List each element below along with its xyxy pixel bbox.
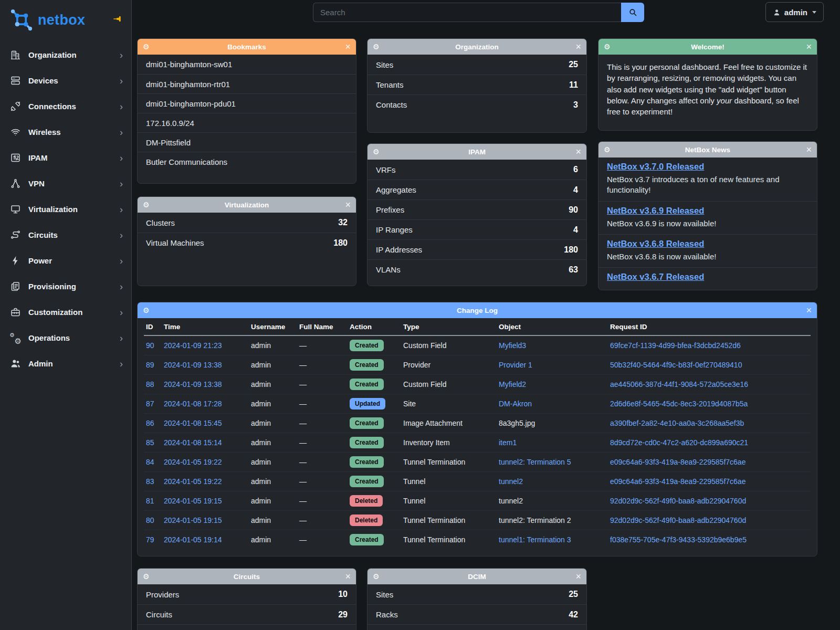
- netbox-logo-icon[interactable]: [9, 8, 34, 32]
- bookmark-item[interactable]: dmi01-binghamton-rtr01: [138, 74, 356, 93]
- stat-row[interactable]: VLANs 63: [368, 259, 586, 279]
- sidebar-item-devices[interactable]: Devices ›: [0, 68, 131, 93]
- sidebar-item-virtualization[interactable]: Virtualization ›: [0, 196, 131, 222]
- close-icon[interactable]: ×: [575, 147, 581, 156]
- search-button[interactable]: [621, 3, 644, 22]
- change-id-link[interactable]: 89: [146, 361, 154, 369]
- sidebar-item-power[interactable]: Power ›: [0, 248, 131, 274]
- object-link[interactable]: Myfield3: [499, 341, 526, 350]
- change-time-link[interactable]: 2024-01-05 19:22: [164, 477, 222, 486]
- object-link[interactable]: tunnel2: [499, 477, 523, 486]
- stat-row[interactable]: Sites 25: [368, 55, 586, 75]
- news-link[interactable]: NetBox v3.7.0 Released: [607, 162, 704, 172]
- bookmark-item[interactable]: Butler Communications: [138, 152, 356, 171]
- request-id-link[interactable]: f038e755-705e-47f3-9433-5392b9e6b9e5: [610, 536, 747, 544]
- stat-row[interactable]: Racks 42: [368, 604, 586, 624]
- sidebar-item-connections[interactable]: Connections ›: [0, 93, 131, 119]
- gear-icon[interactable]: ⚙: [373, 573, 380, 580]
- close-icon[interactable]: ×: [806, 42, 812, 51]
- sidebar-item-wireless[interactable]: Wireless ›: [0, 119, 131, 145]
- user-menu-button[interactable]: admin: [765, 2, 824, 22]
- object-link[interactable]: DM-Akron: [499, 400, 532, 408]
- request-id-link[interactable]: a390fbef-2a82-4e10-aa0a-3c268aa5ef3b: [610, 419, 744, 427]
- request-id-link[interactable]: e09c64a6-93f3-419a-8ea9-229585f7c6ae: [610, 458, 746, 466]
- change-id-link[interactable]: 86: [146, 419, 154, 427]
- change-time-link[interactable]: 2024-01-05 19:15: [164, 516, 222, 524]
- change-time-link[interactable]: 2024-01-05 19:15: [164, 497, 222, 505]
- stat-row[interactable]: Contacts 3: [368, 94, 586, 114]
- gear-icon[interactable]: ⚙: [604, 146, 611, 153]
- gear-icon[interactable]: ⚙: [143, 307, 150, 314]
- change-time-link[interactable]: 2024-01-08 15:14: [164, 438, 222, 447]
- sidebar-item-provisioning[interactable]: Provisioning ›: [0, 274, 131, 299]
- stat-row[interactable]: VRFs 6: [368, 160, 586, 180]
- change-id-link[interactable]: 88: [146, 380, 154, 388]
- object-link[interactable]: Provider 1: [499, 361, 532, 369]
- object-link[interactable]: item1: [499, 438, 517, 447]
- request-id-link[interactable]: 2d6d6e8f-5465-45dc-8ec3-2019d4087b5a: [610, 400, 748, 408]
- stat-row[interactable]: IP Addresses 180: [368, 239, 586, 259]
- search-input[interactable]: [313, 3, 621, 22]
- stat-row[interactable]: Virtual Machines 180: [138, 233, 356, 253]
- change-id-link[interactable]: 85: [146, 438, 154, 447]
- change-time-link[interactable]: 2024-01-08 15:45: [164, 419, 222, 427]
- brand-name[interactable]: netbox: [38, 12, 85, 28]
- change-id-link[interactable]: 79: [146, 536, 154, 544]
- change-id-link[interactable]: 87: [146, 400, 154, 408]
- close-icon[interactable]: ×: [575, 42, 581, 51]
- object-link[interactable]: tunnel2: Termination 5: [499, 458, 571, 466]
- close-icon[interactable]: ×: [806, 306, 812, 315]
- gear-icon[interactable]: ⚙: [373, 43, 380, 50]
- change-time-link[interactable]: 2024-01-09 13:38: [164, 361, 222, 369]
- change-id-link[interactable]: 83: [146, 477, 154, 486]
- bookmark-item[interactable]: dmi01-binghamton-pdu01: [138, 93, 356, 113]
- sidebar-item-vpn[interactable]: VPN ›: [0, 171, 131, 196]
- close-icon[interactable]: ×: [575, 572, 581, 581]
- news-link[interactable]: NetBox v3.6.8 Released: [607, 239, 704, 249]
- stat-row[interactable]: IP Ranges 4: [368, 219, 586, 239]
- sidebar-item-operations[interactable]: ⚙⚙ Operations ›: [0, 325, 131, 351]
- close-icon[interactable]: ×: [345, 572, 351, 581]
- change-id-link[interactable]: 84: [146, 458, 154, 466]
- request-id-link[interactable]: 8d9cd72e-cd0c-47c2-a620-dc899a690c21: [610, 438, 748, 447]
- change-time-link[interactable]: 2024-01-09 13:38: [164, 380, 222, 388]
- gear-icon[interactable]: ⚙: [143, 201, 150, 208]
- close-icon[interactable]: ×: [806, 145, 812, 154]
- stat-row[interactable]: Prefixes 90: [368, 200, 586, 219]
- change-time-link[interactable]: 2024-01-08 17:28: [164, 400, 222, 408]
- change-time-link[interactable]: 2024-01-05 19:14: [164, 536, 222, 544]
- gear-icon[interactable]: ⚙: [143, 43, 150, 50]
- stat-row[interactable]: Providers 10: [138, 584, 356, 604]
- gear-icon[interactable]: ⚙: [143, 573, 150, 580]
- stat-row[interactable]: Clusters 32: [138, 213, 356, 233]
- object-link[interactable]: tunnel2: [499, 497, 523, 505]
- sidebar-item-organization[interactable]: Organization ›: [0, 42, 131, 68]
- gear-icon[interactable]: ⚙: [604, 43, 611, 50]
- news-link[interactable]: NetBox v3.6.7 Released: [607, 272, 704, 282]
- change-id-link[interactable]: 90: [146, 341, 154, 350]
- bookmark-item[interactable]: dmi01-binghamton-sw01: [138, 55, 356, 74]
- close-icon[interactable]: ×: [345, 42, 351, 51]
- stat-row[interactable]: Sites 25: [368, 584, 586, 604]
- news-link[interactable]: NetBox v3.6.9 Released: [607, 206, 704, 216]
- sidebar-item-admin[interactable]: Admin ›: [0, 351, 131, 376]
- request-id-link[interactable]: 92d02d9c-562f-49f0-baa8-adb22904760d: [610, 516, 746, 524]
- pin-icon[interactable]: [112, 14, 123, 26]
- request-id-link[interactable]: 92d02d9c-562f-49f0-baa8-adb22904760d: [610, 497, 746, 505]
- object-link[interactable]: tunnel2: Termination 2: [499, 516, 571, 524]
- bookmark-item[interactable]: DM-Pittsfield: [138, 132, 356, 152]
- sidebar-item-ipam[interactable]: IPAM ›: [0, 145, 131, 171]
- gear-icon[interactable]: ⚙: [373, 148, 380, 155]
- object-link[interactable]: 8a3gh5.jpg: [499, 419, 535, 427]
- sidebar-item-customization[interactable]: Customization ›: [0, 299, 131, 325]
- stat-row[interactable]: Circuits 29: [138, 604, 356, 624]
- request-id-link[interactable]: e09c64a6-93f3-419a-8ea9-229585f7c6ae: [610, 477, 746, 486]
- change-time-link[interactable]: 2024-01-05 19:22: [164, 458, 222, 466]
- stat-row[interactable]: Aggregates 4: [368, 180, 586, 200]
- change-id-link[interactable]: 80: [146, 516, 154, 524]
- change-id-link[interactable]: 81: [146, 497, 154, 505]
- object-link[interactable]: tunnel1: Termination 3: [499, 536, 571, 544]
- request-id-link[interactable]: ae445066-387d-44f1-9084-572a05ce3e16: [610, 380, 748, 388]
- change-time-link[interactable]: 2024-01-09 21:23: [164, 341, 222, 350]
- request-id-link[interactable]: 69fce7cf-1139-4d99-bfea-f3dcbd2452d6: [610, 341, 741, 350]
